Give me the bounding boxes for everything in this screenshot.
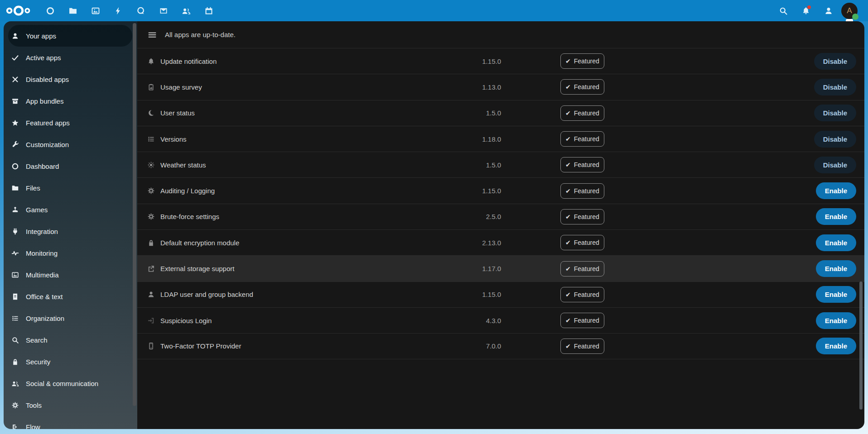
sidebar-item-label: Multimedia xyxy=(26,271,59,279)
app-name: Update notification xyxy=(160,57,217,65)
disable-button[interactable]: Disable xyxy=(814,79,856,95)
enable-button[interactable]: Enable xyxy=(816,286,856,303)
sidebar-item-integration[interactable]: Integration xyxy=(8,220,132,242)
calendar-glyph xyxy=(204,6,213,15)
main-container: Your appsActive appsDisabled appsApp bun… xyxy=(4,21,864,429)
sidebar-item-active-apps[interactable]: Active apps xyxy=(8,47,132,68)
sidebar-item-label: Organization xyxy=(26,315,64,322)
topbar-app-activity-icon[interactable] xyxy=(107,0,130,21)
disable-button[interactable]: Disable xyxy=(814,53,856,70)
sidebar-nav: Your appsActive appsDisabled appsApp bun… xyxy=(4,21,137,429)
topbar-app-folder-icon[interactable] xyxy=(62,0,84,21)
featured-badge: ✔Featured xyxy=(560,339,604,354)
notifications-icon[interactable] xyxy=(795,0,817,21)
app-name: Auditing / Logging xyxy=(160,187,215,195)
sidebar-item-app-bundles[interactable]: App bundles xyxy=(8,90,132,112)
sidebar-item-flow[interactable]: Flow xyxy=(8,416,132,429)
check-icon: ✔ xyxy=(565,291,571,298)
nextcloud-logo-icon[interactable] xyxy=(5,5,32,16)
sidebar-item-security[interactable]: Security xyxy=(8,351,132,372)
sidebar-item-organization[interactable]: Organization xyxy=(8,307,132,329)
sun-icon xyxy=(147,161,155,169)
app-version: 2.5.0 xyxy=(432,213,501,220)
topbar-app-talk-icon[interactable] xyxy=(130,0,152,21)
sidebar-scrollbar[interactable] xyxy=(133,23,136,406)
sidebar-item-featured-apps[interactable]: Featured apps xyxy=(8,112,132,134)
person-glyph xyxy=(824,6,833,15)
page-scrollbar[interactable] xyxy=(859,281,863,410)
menu-toggle-button[interactable] xyxy=(147,30,157,40)
app-version: 1.18.0 xyxy=(432,135,501,143)
clipboard-chart-icon xyxy=(147,83,155,91)
search-glyph xyxy=(779,6,788,15)
check-icon: ✔ xyxy=(565,187,571,195)
sidebar-item-search[interactable]: Search xyxy=(8,329,132,351)
contacts-menu-icon[interactable] xyxy=(817,0,840,21)
sidebar-item-multimedia[interactable]: Multimedia xyxy=(8,264,132,286)
topbar-app-photos-icon[interactable] xyxy=(84,0,107,21)
sidebar-item-files[interactable]: Files xyxy=(8,177,132,199)
app-version: 1.5.0 xyxy=(432,161,501,169)
topbar-right xyxy=(772,0,840,21)
sidebar-item-office-text[interactable]: Office & text xyxy=(8,286,132,307)
app-name: Versions xyxy=(160,135,187,143)
activity-glyph xyxy=(114,6,123,15)
mail-glyph xyxy=(159,6,168,15)
app-name: Usage survey xyxy=(160,83,202,91)
enable-button[interactable]: Enable xyxy=(816,182,856,199)
topbar-app-contacts-icon[interactable] xyxy=(175,0,198,21)
external-icon xyxy=(147,265,155,272)
disable-button[interactable]: Disable xyxy=(814,105,856,121)
sidebar: Your appsActive appsDisabled appsApp bun… xyxy=(4,21,137,429)
app-row-update-notification: Update notification1.15.0✔FeaturedDisabl… xyxy=(137,48,864,74)
check-icon: ✔ xyxy=(565,317,571,324)
search-icon[interactable] xyxy=(772,0,795,21)
app-version: 1.15.0 xyxy=(432,187,501,195)
search-icon xyxy=(10,334,20,345)
sidebar-item-disabled-apps[interactable]: Disabled apps xyxy=(8,68,132,90)
check-icon: ✔ xyxy=(565,343,571,350)
bell-icon xyxy=(147,57,155,65)
sidebar-item-customization[interactable]: Customization xyxy=(8,134,132,155)
user-avatar[interactable]: A xyxy=(841,3,858,19)
sidebar-item-social-communication[interactable]: Social & communication xyxy=(8,372,132,394)
check-icon xyxy=(10,52,20,63)
sidebar-item-monitoring[interactable]: Monitoring xyxy=(8,242,132,264)
enable-button[interactable]: Enable xyxy=(816,312,856,329)
enable-button[interactable]: Enable xyxy=(816,208,856,225)
enable-button[interactable]: Enable xyxy=(816,338,856,354)
topbar-app-dashboard-icon[interactable] xyxy=(39,0,62,21)
disable-button[interactable]: Disable xyxy=(814,131,856,148)
app-row-versions: Versions1.18.0✔FeaturedDisable xyxy=(137,126,864,152)
check-icon: ✔ xyxy=(565,135,571,143)
app-row-external-storage-support: External storage support1.17.0✔FeaturedE… xyxy=(137,255,864,281)
sidebar-item-label: Office & text xyxy=(26,293,63,300)
app-row-user-status: User status1.5.0✔FeaturedDisable xyxy=(137,100,864,126)
sidebar-item-games[interactable]: Games xyxy=(8,199,132,220)
notification-unread-dot xyxy=(807,5,811,9)
featured-badge: ✔Featured xyxy=(560,79,604,95)
disable-button[interactable]: Disable xyxy=(814,157,856,173)
gear-icon xyxy=(10,400,20,410)
sidebar-item-label: App bundles xyxy=(26,97,63,105)
content: All apps are up-to-date. Update notifica… xyxy=(137,21,864,429)
topbar-app-mail-icon[interactable] xyxy=(152,0,175,21)
featured-badge: ✔Featured xyxy=(560,53,604,69)
app-version: 1.15.0 xyxy=(432,291,501,298)
enable-button[interactable]: Enable xyxy=(816,234,856,251)
featured-badge: ✔Featured xyxy=(560,105,604,121)
topbar-app-calendar-icon[interactable] xyxy=(198,0,220,21)
sidebar-item-dashboard[interactable]: Dashboard xyxy=(8,155,132,177)
app-name: Weather status xyxy=(160,161,206,169)
plug-icon xyxy=(10,226,20,237)
sidebar-item-label: Disabled apps xyxy=(26,76,69,83)
check-icon: ✔ xyxy=(565,161,571,168)
sidebar-item-tools[interactable]: Tools xyxy=(8,394,132,416)
photos-icon xyxy=(10,269,20,280)
contacts-glyph xyxy=(182,6,191,15)
sidebar-item-your-apps[interactable]: Your apps xyxy=(8,25,132,47)
app-row-auditing-logging: Auditing / Logging1.15.0✔FeaturedEnable xyxy=(137,177,864,203)
featured-badge: ✔Featured xyxy=(560,261,604,277)
enable-button[interactable]: Enable xyxy=(816,260,856,277)
flow-icon xyxy=(10,421,20,429)
